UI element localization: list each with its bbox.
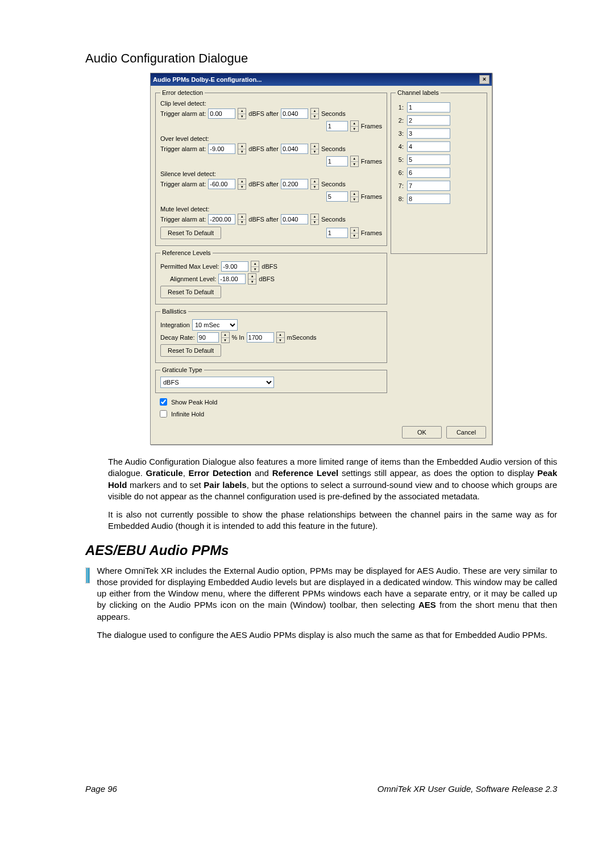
config-dialog: Audio PPMs Dolby-E configuration... × Er… bbox=[150, 73, 492, 445]
infinite-hold-label: Infinite Hold bbox=[171, 411, 204, 418]
reset-ballistics-button[interactable]: Reset To Default bbox=[160, 344, 221, 357]
seconds-label: Seconds bbox=[321, 216, 346, 223]
infinite-hold-checkbox[interactable] bbox=[160, 410, 167, 418]
ok-button[interactable]: OK bbox=[402, 426, 442, 439]
graticule-select[interactable]: dBFS bbox=[160, 377, 274, 388]
dialog-title: Audio PPMs Dolby-E configuration... bbox=[153, 76, 262, 83]
reset-reference-button[interactable]: Reset To Default bbox=[160, 286, 221, 298]
spinner-icon[interactable]: ▲▼ bbox=[276, 332, 285, 343]
graticule-group: Graticule Type dBFS bbox=[155, 366, 387, 393]
silence-frames[interactable] bbox=[326, 191, 348, 202]
ch-input-1[interactable] bbox=[407, 102, 450, 112]
dbfs-after-label: dBFS after bbox=[248, 181, 279, 187]
ch-num: 4: bbox=[396, 143, 404, 150]
spinner-icon[interactable]: ▲▼ bbox=[310, 108, 319, 119]
close-icon[interactable]: × bbox=[479, 75, 489, 84]
ch-num: 7: bbox=[396, 182, 404, 189]
spinner-icon[interactable]: ▲▼ bbox=[238, 143, 246, 155]
spinner-icon[interactable]: ▲▼ bbox=[251, 261, 259, 272]
seconds-label: Seconds bbox=[321, 145, 346, 152]
over-value[interactable] bbox=[208, 144, 235, 154]
silence-value[interactable] bbox=[208, 179, 235, 189]
paragraph-2: It is also not currently possible to sho… bbox=[108, 509, 557, 532]
section-heading: Audio Configuration Dialogue bbox=[85, 51, 557, 66]
ch-input-2[interactable] bbox=[407, 115, 450, 126]
mute-level-label: Mute level detect: bbox=[160, 206, 382, 212]
frames-label: Frames bbox=[361, 123, 382, 130]
spinner-icon[interactable]: ▲▼ bbox=[310, 143, 319, 155]
spinner-icon[interactable]: ▲▼ bbox=[350, 191, 359, 202]
spinner-icon[interactable]: ▲▼ bbox=[248, 273, 256, 285]
mseconds-label: mSeconds bbox=[287, 334, 317, 341]
pct-in-label: % In bbox=[232, 334, 244, 341]
clip-value[interactable] bbox=[208, 108, 235, 119]
trigger-label: Trigger alarm at: bbox=[160, 216, 206, 223]
spinner-icon[interactable]: ▲▼ bbox=[310, 214, 319, 225]
show-peak-hold-checkbox[interactable] bbox=[160, 398, 167, 406]
clip-level-label: Clip level detect: bbox=[160, 100, 382, 107]
footer-page-number: Page 96 bbox=[85, 784, 117, 794]
integration-select[interactable]: 10 mSec bbox=[192, 319, 238, 331]
decay-ms-value[interactable] bbox=[247, 332, 274, 343]
frames-label: Frames bbox=[361, 158, 382, 165]
cancel-button[interactable]: Cancel bbox=[446, 426, 486, 439]
ballistics-group: Ballistics Integration 10 mSec Decay Rat… bbox=[155, 308, 387, 363]
reference-levels-group: Reference Levels Permitted Max Level: ▲▼… bbox=[155, 249, 387, 304]
spinner-icon[interactable]: ▲▼ bbox=[238, 108, 246, 119]
audio-ppm-icon bbox=[85, 567, 90, 583]
error-detection-group: Error detection Clip level detect: Trigg… bbox=[155, 89, 387, 246]
mute-after[interactable] bbox=[281, 214, 308, 224]
ch-input-5[interactable] bbox=[407, 155, 450, 165]
spinner-icon[interactable]: ▲▼ bbox=[238, 178, 246, 190]
spinner-icon[interactable]: ▲▼ bbox=[310, 178, 319, 190]
paragraph-4: The dialogue used to configure the AES A… bbox=[97, 629, 557, 641]
ch-input-4[interactable] bbox=[407, 141, 450, 152]
frames-label: Frames bbox=[361, 229, 382, 236]
trigger-label: Trigger alarm at: bbox=[160, 110, 206, 117]
clip-frames[interactable] bbox=[326, 121, 348, 131]
error-detection-legend: Error detection bbox=[160, 89, 205, 96]
reset-error-button[interactable]: Reset To Default bbox=[160, 227, 221, 239]
reference-legend: Reference Levels bbox=[160, 249, 213, 256]
ch-num: 2: bbox=[396, 117, 404, 124]
spinner-icon[interactable]: ▲▼ bbox=[238, 214, 246, 225]
spinner-icon[interactable]: ▲▼ bbox=[221, 332, 230, 343]
permitted-max-label: Permitted Max Level: bbox=[160, 263, 219, 270]
decay-rate-value[interactable] bbox=[197, 332, 219, 343]
dbfs-after-label: dBFS after bbox=[248, 145, 279, 152]
decay-rate-label: Decay Rate: bbox=[160, 334, 195, 341]
aes-heading: AES/EBU Audio PPMs bbox=[85, 542, 557, 558]
ch-num: 1: bbox=[396, 104, 404, 111]
spinner-icon[interactable]: ▲▼ bbox=[350, 227, 359, 239]
alignment-label: Alignment Level: bbox=[170, 276, 216, 282]
ch-num: 8: bbox=[396, 195, 404, 202]
seconds-label: Seconds bbox=[321, 110, 346, 117]
ch-input-3[interactable] bbox=[407, 128, 450, 139]
alignment-value[interactable] bbox=[218, 274, 246, 284]
ballistics-legend: Ballistics bbox=[160, 308, 188, 315]
trigger-label: Trigger alarm at: bbox=[160, 181, 206, 187]
permitted-max-value[interactable] bbox=[221, 261, 248, 272]
ch-num: 5: bbox=[396, 156, 404, 163]
trigger-label: Trigger alarm at: bbox=[160, 145, 206, 152]
mute-value[interactable] bbox=[208, 214, 235, 224]
ch-input-8[interactable] bbox=[407, 194, 450, 204]
clip-after[interactable] bbox=[281, 108, 308, 119]
silence-after[interactable] bbox=[281, 179, 308, 189]
titlebar: Audio PPMs Dolby-E configuration... × bbox=[151, 73, 492, 86]
ch-num: 6: bbox=[396, 169, 404, 176]
paragraph-1: The Audio Configuration Dialogue also fe… bbox=[108, 456, 557, 502]
over-frames[interactable] bbox=[326, 156, 348, 166]
show-peak-hold-label: Show Peak Hold bbox=[171, 399, 217, 406]
mute-frames[interactable] bbox=[326, 228, 348, 238]
channel-labels-group: Channel labels 1: 2: 3: 4: 5: 6: 7: 8: bbox=[391, 89, 487, 254]
spinner-icon[interactable]: ▲▼ bbox=[350, 120, 359, 132]
ch-input-6[interactable] bbox=[407, 168, 450, 178]
spinner-icon[interactable]: ▲▼ bbox=[350, 156, 359, 167]
ch-input-7[interactable] bbox=[407, 181, 450, 191]
over-after[interactable] bbox=[281, 144, 308, 154]
dbfs-after-label: dBFS after bbox=[248, 216, 279, 223]
integration-label: Integration bbox=[160, 322, 190, 328]
paragraph-3: Where OmniTek XR includes the External A… bbox=[97, 565, 557, 623]
silence-level-label: Silence level detect: bbox=[160, 170, 382, 177]
